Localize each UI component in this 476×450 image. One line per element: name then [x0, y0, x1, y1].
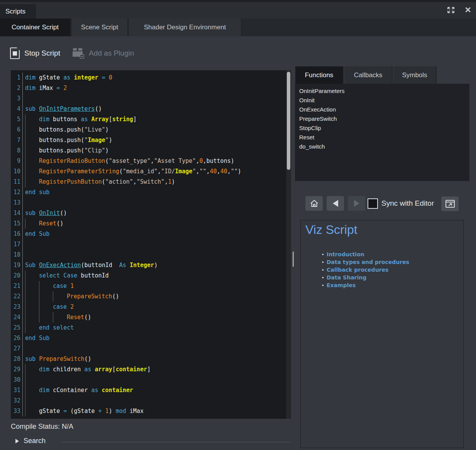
add-as-plugin-button[interactable]: + Add as Plugin: [73, 46, 134, 61]
editor-scrollbar[interactable]: [286, 70, 291, 419]
code-text: [23, 396, 39, 406]
script-editor[interactable]: 1dim gState as integer = 02dim iMax = 23…: [11, 70, 291, 419]
code-token: sub: [25, 355, 36, 362]
code-token: container: [102, 387, 133, 394]
plugin-pin-2: [78, 48, 82, 51]
code-token: ,: [151, 157, 154, 164]
bullet-icon: •: [322, 252, 327, 257]
code-token: 1: [70, 283, 74, 289]
code-text: buttons.push("Clip"): [23, 145, 109, 156]
indent-guide: [25, 156, 39, 166]
code-text: [23, 250, 25, 260]
maximize-icon[interactable]: [446, 5, 456, 15]
code-text: dim gState as integer = 0: [23, 73, 112, 83]
indent-guide: [25, 396, 39, 406]
function-list-item[interactable]: StopClip: [299, 123, 469, 133]
code-area[interactable]: 1dim gState as integer = 02dim iMax = 23…: [11, 70, 286, 419]
code-token: [36, 210, 39, 217]
doc-link[interactable]: Examples: [327, 282, 356, 288]
code-line: 33gState = (gState + 1) mod iMax: [11, 406, 286, 416]
code-token: end sub: [25, 189, 49, 196]
code-token: Case: [63, 272, 77, 279]
code-token: 1: [168, 178, 171, 185]
doc-link[interactable]: Data Sharing: [327, 274, 366, 281]
line-number: 20: [11, 271, 23, 281]
code-token: iMax: [126, 408, 144, 414]
code-token: array: [95, 366, 112, 373]
code-token: As: [119, 262, 126, 269]
indent-guide: [25, 125, 39, 135]
doc-link[interactable]: Callback procedures: [327, 267, 388, 273]
code-token: select: [39, 272, 60, 279]
code-text: [23, 375, 39, 385]
plugin-plus: +: [80, 54, 84, 59]
stop-script-icon: [10, 47, 20, 59]
code-line: 19Sub OnExecAction(buttonId As Integer): [11, 260, 286, 271]
back-button[interactable]: [327, 196, 344, 211]
code-token: (): [95, 105, 102, 112]
code-token: buttons.push(: [39, 126, 84, 133]
home-button[interactable]: [305, 196, 323, 211]
function-list-item[interactable]: OnInit: [299, 96, 469, 105]
function-list-item[interactable]: PrepareSwitch: [299, 114, 469, 123]
function-list-item[interactable]: OnInitParameters: [299, 86, 469, 96]
doc-link[interactable]: Introduction: [327, 251, 364, 257]
code-token: sub: [25, 105, 36, 112]
code-token: ): [171, 178, 175, 185]
open-in-window-button[interactable]: [441, 196, 459, 211]
code-token: (: [105, 157, 109, 164]
code-token: Reset: [67, 314, 84, 321]
tab-scripts[interactable]: Scripts: [0, 4, 36, 19]
doc-link[interactable]: Data types and procedures: [327, 259, 409, 265]
line-number: 19: [11, 260, 23, 271]
indent-guide: [25, 406, 39, 416]
code-token: [67, 303, 70, 310]
code-text: [23, 93, 25, 104]
function-list-item[interactable]: OnExecAction: [299, 105, 469, 114]
line-number: 24: [11, 312, 23, 323]
tab-scene-script[interactable]: Scene Script: [72, 19, 128, 36]
code-token: [98, 387, 102, 394]
tab-symbols[interactable]: Symbols: [393, 66, 437, 84]
search-expander[interactable]: Search: [15, 437, 46, 445]
function-list-item[interactable]: Reset: [299, 133, 469, 142]
tab-shader-design-environment[interactable]: Shader Design Environment: [129, 19, 242, 36]
line-number: 17: [11, 239, 23, 250]
code-token: as: [81, 116, 88, 123]
line-number: 16: [11, 229, 23, 239]
code-token: ,: [164, 178, 168, 185]
line-number: 7: [11, 135, 23, 145]
code-token: 1: [105, 408, 109, 414]
code-line: 22PrepareSwitch(): [11, 291, 286, 302]
editor-scrollbar-thumb[interactable]: [287, 72, 290, 170]
code-token: "ID/: [161, 168, 175, 175]
code-text: sub OnInitParameters(): [23, 104, 102, 114]
code-token: [: [109, 116, 112, 123]
forward-button[interactable]: [348, 196, 365, 211]
tab-functions[interactable]: Functions: [295, 66, 344, 84]
code-token: [60, 272, 63, 279]
code-token: ): [105, 126, 109, 133]
code-token: ,buttons): [203, 157, 234, 164]
code-text: end Sub: [23, 333, 49, 343]
code-line: 5dim buttons as Array[string]: [11, 114, 286, 125]
close-icon[interactable]: ✕: [463, 5, 473, 15]
code-token: gState: [36, 74, 63, 81]
tab-callbacks[interactable]: Callbacks: [344, 66, 393, 84]
code-text: [23, 198, 25, 208]
indent-guide: [25, 302, 39, 312]
code-token: buttons: [49, 116, 81, 123]
doc-link-row: •Data Sharing: [322, 274, 409, 281]
code-token: Image: [88, 137, 105, 144]
sync-with-editor-checkbox[interactable]: [368, 198, 378, 209]
code-token: "Switch": [137, 178, 164, 185]
code-text: RegisterParameterString("media_id","ID/I…: [23, 166, 241, 177]
tab-container-script[interactable]: Container Script: [0, 19, 71, 36]
code-line: 6buttons.push("Live"): [11, 125, 286, 135]
code-token: children: [49, 366, 84, 373]
code-token: ): [105, 147, 109, 154]
stop-script-button[interactable]: Stop Script: [10, 46, 60, 61]
panel-splitter-handle[interactable]: [293, 252, 294, 267]
code-token: buttonId: [77, 272, 108, 279]
function-list-item[interactable]: do_switch: [299, 142, 469, 151]
